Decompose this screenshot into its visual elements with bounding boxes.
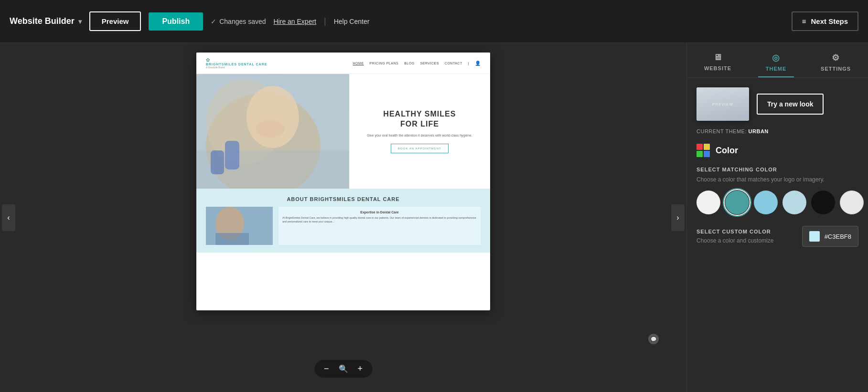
current-theme-prefix: CURRENT THEME: [697,128,747,134]
svg-rect-10 [215,233,249,245]
next-steps-label: Next Steps [811,17,848,25]
site-about-title: ABOUT BRIGHTSMILES DENTAL CARE [206,196,481,202]
about-image-svg [206,207,273,245]
svg-rect-16 [699,111,747,118]
site-logo-tag: A GoodLife Brand [206,66,225,69]
svg-point-7 [256,120,285,138]
zoom-search-icon: 🔍 [339,364,348,373]
color-swatches [697,191,858,214]
site-about-text-box: Expertise in Dental Care At BrightSmiles… [279,207,481,245]
logo-flower-icon: ✿ [206,57,210,63]
site-nav-user-icon[interactable]: 👤 [475,61,481,66]
site-nav-contact[interactable]: CONTACT [445,62,462,65]
tab-website-label: WEBSITE [704,65,731,71]
select-custom-desc: Choose a color and customize [697,237,773,244]
site-hero-title: HEALTHY SMILESFOR LIFE [359,109,481,129]
tab-website[interactable]: 🖥 WEBSITE [697,49,739,77]
site-about-body: At BrightSmiles Dental Care, we believe … [282,216,477,224]
website-icon: 🖥 [713,53,722,63]
changes-saved-status: ✓ Changes saved [211,18,266,25]
hero-image-svg [196,74,349,189]
try-new-look-button[interactable]: Try a new look [757,94,824,115]
swatch-light-gray[interactable] [840,191,864,214]
svg-rect-11 [697,87,749,121]
check-icon: ✓ [211,18,216,25]
custom-swatch-box [809,231,820,242]
site-hero-cta-button[interactable]: BOOK AN APPOINTMENT [391,144,449,153]
divider: | [324,16,326,26]
panel-tabs: 🖥 WEBSITE ◎ THEME ⚙ SETTINGS [687,43,868,78]
site-about-content: Expertise in Dental Care At BrightSmiles… [206,207,481,245]
color-cell-blue [704,151,710,157]
publish-button[interactable]: Publish [149,12,203,31]
site-about-section: ABOUT BRIGHTSMILES DENTAL CARE Expertise… [196,189,490,253]
tab-theme-label: THEME [766,66,787,72]
site-nav-blog[interactable]: BLOG [404,62,414,65]
custom-color-left: SELECT CUSTOM COLOR Choose a color and c… [697,229,773,244]
next-steps-icon: ≡ [802,17,806,25]
current-theme-label: CURRENT THEME: URBAN [697,128,858,134]
color-cell-green [697,151,703,157]
svg-rect-13 [699,95,723,109]
svg-rect-4 [225,141,239,170]
left-arrow-button[interactable]: ‹ [2,204,15,231]
tab-settings-label: SETTINGS [821,66,851,72]
site-hero: HEALTHY SMILESFOR LIFE Give your oral he… [196,74,490,189]
next-steps-button[interactable]: ≡ Next Steps [792,11,858,31]
select-matching-desc: Choose a color that matches your logo or… [697,176,858,183]
canvas-area: ✿ BRIGHTSMILES DENTAL CARE A GoodLife Br… [17,43,669,392]
site-hero-subtitle: Give your oral health the attention it d… [359,133,481,138]
color-grid-icon [697,144,710,157]
topbar: Website Builder ▾ Preview Publish ✓ Chan… [0,0,868,43]
current-theme-name: URBAN [749,128,769,134]
theme-icon: ◎ [772,53,780,63]
site-nav-pricing[interactable]: PRICING PLANS [370,62,399,65]
help-center-link[interactable]: Help Center [334,18,370,25]
select-custom-label: SELECT CUSTOM COLOR [697,229,773,234]
svg-rect-15 [725,100,744,102]
brand-logo[interactable]: Website Builder ▾ [10,16,82,26]
swatch-pale-blue[interactable] [782,191,806,214]
site-nav-services[interactable]: SERVICES [420,62,439,65]
svg-rect-14 [725,95,747,98]
website-preview[interactable]: ✿ BRIGHTSMILES DENTAL CARE A GoodLife Br… [196,53,490,310]
color-cell-red [697,144,703,150]
site-nav: ✿ BRIGHTSMILES DENTAL CARE A GoodLife Br… [196,53,490,74]
panel-content: Try a new look CURRENT THEME: URBAN Colo… [687,78,868,392]
zoom-controls: − 🔍 + [314,360,372,378]
hire-expert-link[interactable]: Hire an Expert [274,18,316,25]
right-arrow-button[interactable]: › [671,204,685,231]
site-logo: ✿ BRIGHTSMILES DENTAL CARE A GoodLife Br… [206,57,267,69]
preview-button[interactable]: Preview [89,11,141,31]
swatch-light-blue[interactable] [754,191,778,214]
left-nav-area: ‹ [0,43,17,392]
svg-rect-5 [211,150,224,174]
color-cell-yellow [704,144,710,150]
chat-bubble[interactable]: 💬 [648,334,659,344]
brand-label: Website Builder [10,16,75,26]
theme-thumbnail [697,87,749,121]
swatch-teal[interactable] [725,191,749,214]
tab-settings[interactable]: ⚙ SETTINGS [813,49,858,77]
custom-swatch-hex: #C3EBF8 [825,233,851,240]
swatch-black[interactable] [811,191,835,214]
zoom-out-button[interactable]: − [324,364,329,374]
settings-icon: ⚙ [832,53,840,63]
site-nav-divider: | [468,62,469,65]
tab-theme[interactable]: ◎ THEME [758,49,794,77]
right-panel: 🖥 WEBSITE ◎ THEME ⚙ SETTINGS [686,43,868,392]
swatch-white[interactable] [697,191,720,214]
theme-thumb-svg [697,87,749,121]
svg-point-6 [246,86,299,148]
main-area: ‹ ✿ BRIGHTSMILES DENTAL CARE A GoodLife … [0,43,868,392]
custom-color-swatch[interactable]: #C3EBF8 [802,226,858,247]
zoom-in-button[interactable]: + [358,364,363,374]
site-nav-links: HOME PRICING PLANS BLOG SERVICES CONTACT… [353,61,481,66]
site-nav-home[interactable]: HOME [353,62,364,65]
site-logo-name: BRIGHTSMILES DENTAL CARE [206,63,267,66]
brand-chevron-icon: ▾ [78,18,82,25]
right-nav-area: › [669,43,686,392]
site-about-image [206,207,273,245]
theme-preview-row: Try a new look [697,87,858,121]
site-hero-image [196,74,349,189]
